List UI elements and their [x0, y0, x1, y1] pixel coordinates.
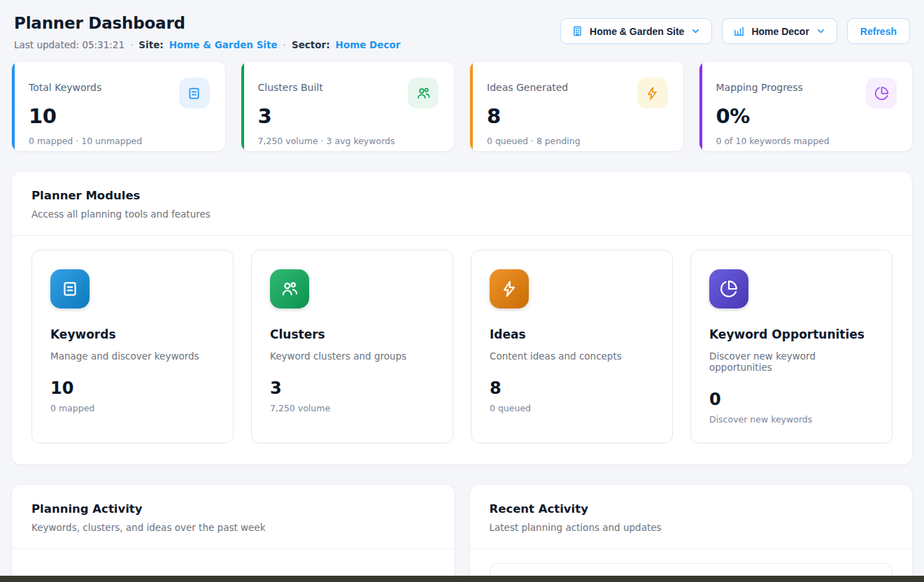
- site-selector-button[interactable]: Home & Garden Site: [560, 18, 712, 44]
- stat-value: 3: [258, 104, 439, 128]
- stat-accent-bar: [699, 62, 702, 151]
- stat-accent-bar: [470, 62, 473, 151]
- planner-dashboard-page: Planner Dashboard Last updated: 05:31:21…: [0, 0, 924, 582]
- activity-panel-subtitle: Keywords, clusters, and ideas over the p…: [31, 522, 435, 533]
- pie-chart-icon: [866, 78, 897, 108]
- page-title: Planner Dashboard: [14, 14, 400, 32]
- stat-card-clusters-built: Clusters Built 3 7,250 volume · 3 avg ke…: [241, 61, 455, 152]
- stats-row: Total Keywords 10 0 mapped · 10 unmapped…: [11, 61, 913, 152]
- module-value: 3: [270, 378, 434, 398]
- refresh-button-label: Refresh: [860, 26, 897, 37]
- header-meta: Last updated: 05:31:21 · Site: Home & Ga…: [14, 39, 400, 50]
- module-card-keyword-opportunities[interactable]: Keyword Opportunities Discover new keywo…: [690, 250, 893, 443]
- bolt-icon: [490, 269, 529, 308]
- stat-caption: 0 of 10 keywords mapped: [716, 136, 897, 146]
- bolt-icon: [637, 78, 668, 108]
- stat-title: Mapping Progress: [716, 78, 803, 93]
- chevron-down-icon: [816, 26, 826, 36]
- module-value: 8: [490, 378, 654, 398]
- module-caption: 7,250 volume: [270, 403, 434, 413]
- stat-value: 8: [487, 104, 668, 128]
- modules-panel-subtitle: Access all planning tools and features: [31, 208, 893, 220]
- sector-label: Sector:: [292, 39, 330, 50]
- module-value: 10: [50, 378, 215, 398]
- stat-card-ideas-generated: Ideas Generated 8 0 queued · 8 pending: [469, 61, 684, 152]
- module-description: Discover new keyword opportunities: [709, 350, 874, 373]
- module-value: 0: [709, 390, 874, 409]
- building-icon: [571, 25, 583, 37]
- bottom-dark-bar: [0, 576, 924, 582]
- module-caption: 0 mapped: [50, 403, 215, 413]
- sector-selector-label: Home Decor: [751, 26, 809, 37]
- recent-panel-subtitle: Latest planning actions and updates: [490, 522, 893, 533]
- site-link[interactable]: Home & Garden Site: [169, 39, 278, 50]
- recent-panel-title: Recent Activity: [490, 502, 893, 516]
- users-icon: [408, 78, 439, 108]
- module-card-ideas[interactable]: Ideas Content ideas and concepts 8 0 que…: [471, 250, 673, 443]
- module-caption: Discover new keywords: [709, 414, 874, 425]
- module-description: Keyword clusters and groups: [270, 350, 434, 362]
- module-title: Keywords: [50, 327, 215, 341]
- toolbar: Home & Garden Site Home Decor Refresh: [560, 18, 910, 44]
- stat-title: Clusters Built: [258, 78, 323, 93]
- stat-caption: 0 mapped · 10 unmapped: [29, 136, 210, 146]
- site-selector-label: Home & Garden Site: [590, 26, 684, 37]
- activity-panel-title: Planning Activity: [31, 502, 435, 516]
- module-card-keywords[interactable]: Keywords Manage and discover keywords 10…: [31, 250, 234, 443]
- stat-title: Ideas Generated: [487, 78, 568, 93]
- stat-accent-bar: [241, 62, 244, 151]
- recent-activity-panel: Recent Activity Latest planning actions …: [469, 484, 914, 582]
- module-title: Keyword Opportunities: [709, 327, 874, 341]
- bar-chart-icon: [733, 25, 745, 37]
- module-title: Clusters: [270, 327, 434, 341]
- stat-card-mapping-progress: Mapping Progress 0% 0 of 10 keywords map…: [699, 61, 914, 152]
- chevron-down-icon: [690, 26, 701, 36]
- planning-activity-panel: Planning Activity Keywords, clusters, an…: [11, 484, 455, 582]
- planner-modules-panel: Planner Modules Access all planning tool…: [11, 171, 913, 465]
- stat-caption: 7,250 volume · 3 avg keywords: [258, 136, 439, 146]
- stat-card-total-keywords: Total Keywords 10 0 mapped · 10 unmapped: [11, 61, 226, 152]
- module-description: Content ideas and concepts: [490, 350, 654, 362]
- users-icon: [270, 269, 309, 308]
- sector-selector-button[interactable]: Home Decor: [722, 18, 837, 44]
- modules-panel-title: Planner Modules: [31, 189, 893, 202]
- stat-accent-bar: [12, 62, 15, 151]
- module-description: Manage and discover keywords: [50, 350, 215, 362]
- stat-title: Total Keywords: [29, 78, 101, 93]
- stat-value: 10: [29, 104, 210, 128]
- site-label: Site:: [138, 39, 163, 50]
- module-caption: 0 queued: [490, 403, 654, 413]
- sector-link[interactable]: Home Decor: [336, 39, 401, 50]
- stat-value: 0%: [716, 104, 897, 128]
- document-icon: [50, 269, 90, 308]
- header: Planner Dashboard Last updated: 05:31:21…: [11, 14, 913, 50]
- module-title: Ideas: [490, 327, 654, 341]
- stat-caption: 0 queued · 8 pending: [487, 136, 668, 146]
- last-updated-text: Last updated: 05:31:21: [14, 39, 125, 50]
- pie-chart-icon: [709, 269, 748, 308]
- refresh-button[interactable]: Refresh: [847, 18, 910, 44]
- document-icon: [179, 78, 210, 108]
- meta-separator: ·: [130, 39, 133, 50]
- meta-separator: ·: [283, 39, 286, 50]
- module-card-clusters[interactable]: Clusters Keyword clusters and groups 3 7…: [251, 250, 453, 443]
